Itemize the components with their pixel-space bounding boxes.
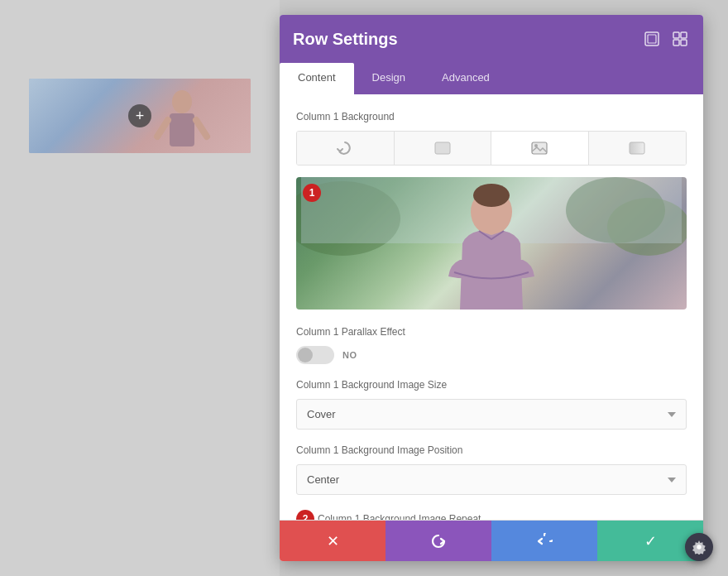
- svg-rect-6: [673, 32, 679, 38]
- reset-toolbar-icon: [430, 533, 447, 550]
- svg-point-19: [473, 184, 510, 207]
- svg-line-3: [196, 120, 207, 137]
- img-position-field-group: Column 1 Background Image Position Cente…: [296, 444, 687, 495]
- reset-icon: [337, 140, 353, 156]
- panel-title: Row Settings: [293, 30, 398, 49]
- fullscreen-icon[interactable]: [642, 29, 662, 49]
- bg-image-inner: [296, 177, 687, 310]
- gradient-bg-icon: [629, 142, 645, 155]
- img-size-field-group: Column 1 Background Image Size Cover Con…: [296, 379, 687, 430]
- img-repeat-label: Column 1 Background Image Repeat: [318, 513, 481, 520]
- img-size-select[interactable]: Cover Contain Actual Size Custom: [296, 399, 687, 430]
- header-icons: [642, 29, 690, 49]
- img-repeat-label-row: 2 Column 1 Background Image Repeat: [296, 510, 687, 520]
- parallax-label: Column 1 Parallax Effect: [296, 326, 687, 338]
- redo-toolbar-icon: [536, 533, 553, 550]
- preview-image-container: +: [29, 79, 251, 153]
- preview-add-button[interactable]: +: [128, 104, 151, 127]
- panel-content: Column 1 Background: [280, 94, 703, 520]
- img-repeat-field-group: 2 Column 1 Background Image Repeat No Re…: [296, 510, 687, 520]
- img-size-label: Column 1 Background Image Size: [296, 379, 687, 391]
- tab-advanced[interactable]: Advanced: [424, 63, 508, 94]
- bg-image-preview: 1: [296, 177, 687, 310]
- bg-type-image[interactable]: [491, 132, 589, 165]
- svg-rect-1: [170, 113, 194, 146]
- step1-badge: 1: [303, 184, 321, 202]
- toggle-knob: [298, 348, 313, 362]
- floating-settings-button[interactable]: [685, 533, 713, 561]
- panel-toolbar: ✕ ✓: [280, 520, 703, 561]
- svg-rect-13: [630, 142, 644, 154]
- bg-type-gradient[interactable]: [589, 132, 687, 165]
- svg-rect-7: [681, 32, 687, 38]
- svg-line-2: [157, 120, 168, 137]
- img-position-label: Column 1 Background Image Position: [296, 444, 687, 456]
- bg-type-selector: [296, 131, 687, 166]
- bg-type-none[interactable]: [297, 132, 395, 165]
- parallax-toggle[interactable]: [296, 346, 334, 364]
- svg-rect-8: [673, 40, 679, 46]
- panel-header: Row Settings: [280, 15, 703, 63]
- floating-gear-icon: [692, 540, 706, 554]
- color-bg-icon: [434, 142, 451, 155]
- tab-design[interactable]: Design: [354, 63, 424, 94]
- img-position-select[interactable]: Center Top Left Top Center Top Right Cen…: [296, 464, 687, 495]
- svg-rect-11: [532, 142, 547, 154]
- step2-badge: 2: [296, 510, 314, 520]
- redo-button[interactable]: [491, 521, 597, 561]
- settings-panel: Row Settings Content Design Advanced: [280, 15, 703, 561]
- svg-rect-5: [648, 35, 656, 43]
- person-background-svg: [296, 177, 687, 310]
- svg-point-0: [172, 90, 192, 113]
- parallax-toggle-label: NO: [342, 350, 357, 360]
- parallax-field-group: Column 1 Parallax Effect NO: [296, 326, 687, 364]
- tab-content[interactable]: Content: [280, 63, 354, 94]
- grid-icon[interactable]: [670, 29, 690, 49]
- left-panel: +: [0, 0, 280, 576]
- image-bg-icon: [531, 142, 548, 155]
- reset-button[interactable]: [386, 521, 491, 561]
- column1-background-label: Column 1 Background: [296, 111, 687, 122]
- bg-type-color[interactable]: [395, 132, 492, 165]
- svg-rect-10: [435, 142, 450, 154]
- parallax-toggle-row: NO: [296, 346, 687, 364]
- panel-tabs: Content Design Advanced: [280, 63, 703, 94]
- svg-rect-9: [681, 40, 687, 46]
- cancel-button[interactable]: ✕: [280, 521, 386, 561]
